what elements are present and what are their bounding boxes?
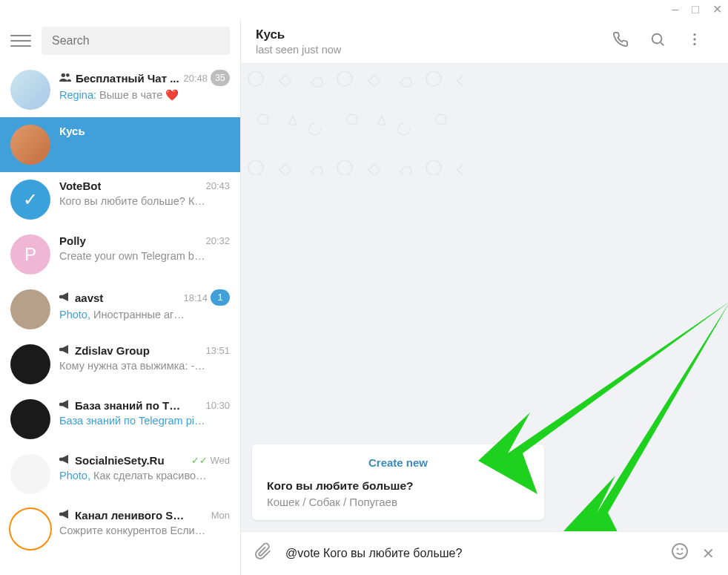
poll-question: Кого вы любите больше? bbox=[267, 479, 529, 493]
chat-list-item[interactable]: Бесплатный Чат ...20:48 35Regina: Выше в… bbox=[0, 62, 240, 117]
maximize-button[interactable]: □ bbox=[692, 4, 699, 16]
channel-icon bbox=[59, 344, 70, 357]
chat-name: База знаний по Т… bbox=[75, 399, 180, 412]
chat-name: Бесплатный Чат ... bbox=[76, 72, 179, 85]
channel-icon bbox=[59, 509, 70, 522]
svg-rect-8 bbox=[241, 64, 463, 175]
chat-list-item[interactable]: SocialnieSety.Ru✓✓ Wed Photo, Как сделат… bbox=[0, 447, 240, 502]
bot-suggestion-popup[interactable]: Create new Кого вы любите больше? Кошек … bbox=[252, 444, 544, 520]
message-preview: Сожрите конкурентов Если… bbox=[59, 525, 205, 536]
chat-list-item[interactable]: Канал ленивого S…Mon Сожрите конкурентов… bbox=[0, 502, 240, 556]
chat-time: 20:48 35 bbox=[179, 70, 230, 86]
emoji-button[interactable] bbox=[671, 542, 689, 565]
message-preview: Create your own Telegram b… bbox=[59, 250, 205, 262]
chat-panel: Кусь last seen just now Create new Кого … bbox=[241, 19, 728, 575]
chat-name: Polly bbox=[59, 234, 86, 247]
poll-options: Кошек / Собак / Попугаев bbox=[267, 496, 529, 508]
unread-badge: 1 bbox=[211, 289, 230, 306]
channel-icon bbox=[59, 292, 70, 304]
svg-point-1 bbox=[66, 73, 70, 77]
chat-time: ✓✓ Wed bbox=[187, 455, 231, 466]
chat-list-item[interactable]: Zdislav Group13:51 Кому нужна эта выжимк… bbox=[0, 337, 240, 392]
svg-point-12 bbox=[678, 549, 678, 550]
avatar bbox=[10, 509, 50, 549]
link-label: Photo, bbox=[59, 309, 93, 321]
avatar bbox=[10, 125, 50, 165]
chat-list-item[interactable]: aavst18:14 1Photo, Иностранные аг… bbox=[0, 282, 240, 337]
cancel-button[interactable]: ✕ bbox=[702, 545, 715, 562]
sidebar: Бесплатный Чат ...20:48 35Regina: Выше в… bbox=[0, 19, 241, 575]
avatar bbox=[10, 399, 50, 439]
channel-icon bbox=[59, 454, 70, 467]
svg-point-3 bbox=[693, 33, 695, 36]
chat-time: 18:14 1 bbox=[179, 289, 230, 306]
avatar bbox=[10, 344, 50, 384]
avatar: P bbox=[10, 234, 50, 275]
avatar: ✓ bbox=[10, 180, 50, 220]
link-label: База знаний по Telegram pi… bbox=[59, 415, 205, 427]
svg-point-4 bbox=[693, 38, 695, 40]
avatar bbox=[10, 289, 50, 329]
svg-point-2 bbox=[652, 34, 662, 44]
chat-time: 20:43 bbox=[201, 180, 230, 191]
unread-badge: 35 bbox=[211, 70, 230, 86]
svg-point-0 bbox=[62, 73, 65, 77]
channel-icon bbox=[59, 399, 70, 412]
chat-name: Канал ленивого S… bbox=[75, 509, 184, 522]
chat-name: VoteBot bbox=[59, 180, 101, 192]
message-preview: Выше в чате ❤️ bbox=[96, 89, 179, 101]
link-label: Photo, bbox=[59, 470, 93, 482]
chat-list-item[interactable]: PPolly20:32 Create your own Telegram b… bbox=[0, 227, 240, 282]
group-icon bbox=[59, 72, 71, 84]
attach-button[interactable] bbox=[254, 542, 272, 565]
avatar bbox=[10, 70, 50, 110]
svg-point-11 bbox=[672, 544, 687, 559]
avatar bbox=[10, 454, 50, 494]
chat-name: Кусь bbox=[59, 125, 85, 137]
chat-header: Кусь last seen just now bbox=[241, 19, 728, 64]
chat-list-item[interactable]: ✓VoteBot20:43 Кого вы любите больше? К… bbox=[0, 172, 240, 227]
search-input[interactable] bbox=[42, 27, 230, 55]
message-composer: ✕ bbox=[241, 531, 728, 575]
window-titlebar: – □ ✕ bbox=[0, 0, 728, 19]
search-messages-button[interactable] bbox=[639, 27, 676, 56]
close-window-button[interactable]: ✕ bbox=[712, 4, 722, 16]
annotation-arrow-icon bbox=[537, 298, 728, 531]
chat-background: Create new Кого вы любите больше? Кошек … bbox=[241, 64, 728, 531]
minimize-button[interactable]: – bbox=[672, 4, 678, 16]
chat-list-item[interactable]: Кусь bbox=[0, 117, 240, 172]
chat-name: Zdislav Group bbox=[75, 344, 150, 357]
background-pattern bbox=[241, 64, 463, 175]
call-button[interactable] bbox=[602, 27, 639, 56]
svg-point-5 bbox=[693, 43, 695, 45]
chat-name: aavst bbox=[75, 292, 103, 304]
sender-label: Regina: bbox=[59, 89, 96, 101]
chat-title: Кусь bbox=[256, 27, 602, 42]
chat-time: 10:30 bbox=[201, 400, 230, 411]
svg-marker-10 bbox=[563, 301, 728, 531]
message-input[interactable] bbox=[285, 547, 658, 560]
message-preview: Кого вы любите больше? К… bbox=[59, 195, 205, 207]
message-preview: Как сделать красиво… bbox=[93, 470, 207, 482]
chat-list[interactable]: Бесплатный Чат ...20:48 35Regina: Выше в… bbox=[0, 62, 240, 575]
chat-name: SocialnieSety.Ru bbox=[75, 454, 165, 467]
menu-button[interactable] bbox=[10, 35, 31, 47]
chat-time: 13:51 bbox=[201, 345, 230, 356]
chat-time: 20:32 bbox=[201, 235, 230, 246]
chat-list-item[interactable]: База знаний по Т…10:30 База знаний по Te… bbox=[0, 392, 240, 447]
chat-time: Mon bbox=[207, 510, 230, 521]
message-preview: Кому нужна эта выжимка: -… bbox=[59, 360, 205, 372]
create-new-link[interactable]: Create new bbox=[267, 456, 529, 469]
message-preview: Иностранные аг… bbox=[93, 309, 185, 321]
svg-point-13 bbox=[682, 549, 683, 550]
more-button[interactable] bbox=[676, 27, 713, 56]
chat-status: last seen just now bbox=[256, 44, 602, 56]
